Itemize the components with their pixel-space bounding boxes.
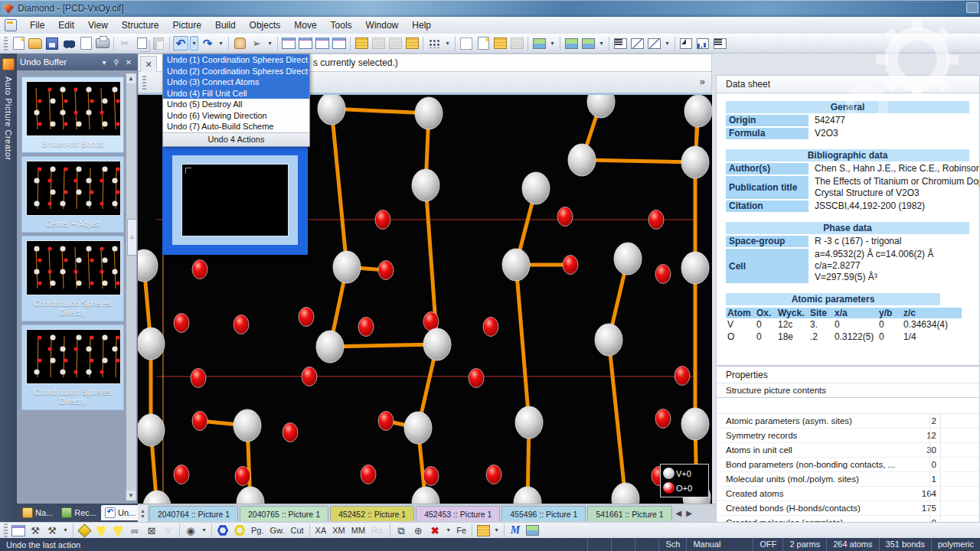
print-preview-icon[interactable]: [78, 36, 93, 51]
auto-picture-creator-strip[interactable]: Auto Picture Creator: [0, 54, 17, 522]
cut-label-icon[interactable]: Cut: [288, 523, 305, 538]
pointer-drop-icon[interactable]: ▾: [266, 36, 274, 51]
coordination-icon[interactable]: ◉: [183, 523, 198, 538]
pin-icon[interactable]: ⚲: [111, 57, 122, 67]
undo-buffer-item[interactable]: Coordination Spheres Directly: [21, 236, 124, 321]
network-icon[interactable]: ⊠: [144, 523, 159, 538]
image-tool-icon[interactable]: [524, 523, 540, 538]
pointer-icon[interactable]: ➢: [249, 36, 264, 51]
menu-help[interactable]: Help: [405, 18, 438, 32]
polyhedra-blue-icon[interactable]: [215, 523, 230, 538]
undo-menu-item[interactable]: Undo (5) Destroy All: [163, 99, 309, 110]
build-form-icon[interactable]: [11, 523, 26, 538]
menu-view[interactable]: View: [81, 18, 115, 32]
pan-icon[interactable]: [232, 36, 247, 51]
properties-selector[interactable]: Structure picture contents: [717, 383, 979, 398]
scheme-icon[interactable]: [475, 523, 491, 538]
table-4-icon[interactable]: [404, 36, 420, 51]
picture-tab[interactable]: 2040765 :: Picture 1: [240, 506, 328, 521]
scheme-drop-icon[interactable]: ▾: [492, 523, 501, 538]
tab-scroll-right-icon[interactable]: ▶: [686, 509, 692, 517]
new-picture-icon[interactable]: [475, 36, 491, 51]
data-sheet-tab[interactable]: Data sheet: [716, 75, 980, 93]
menu-window[interactable]: Window: [359, 18, 406, 32]
picture-x-icon[interactable]: [509, 36, 524, 51]
mm-label-icon[interactable]: MM: [349, 523, 368, 538]
build-pick-icon[interactable]: ⚒: [44, 523, 60, 538]
nav-drop-icon[interactable]: ▾: [597, 36, 606, 51]
tab-spinner[interactable]: ▲▼: [138, 505, 149, 522]
gw-label-icon[interactable]: Gw.: [268, 523, 287, 538]
window-1-icon[interactable]: [281, 36, 296, 51]
sidebar-tab-un[interactable]: ↶Un...: [101, 505, 139, 520]
toolbar-overflow-icon[interactable]: »: [700, 76, 705, 87]
chart-tool-icon[interactable]: [695, 36, 710, 51]
photo-drop-icon[interactable]: ▾: [548, 36, 557, 51]
undo-menu-item[interactable]: Undo (1) Coordination Spheres Direct: [163, 54, 309, 66]
fill-cell-icon[interactable]: [77, 523, 92, 538]
xm-label-icon[interactable]: XM: [330, 523, 348, 538]
undo-menu-item[interactable]: Undo (6) Viewing Direction: [163, 110, 309, 122]
scroll-down-icon[interactable]: ▼: [126, 491, 136, 500]
undo-buffer-item[interactable]: Coordination Spheres Directly: [21, 324, 124, 410]
pg-label-icon[interactable]: Pg.: [249, 523, 266, 538]
view-lines-icon[interactable]: [612, 36, 628, 51]
picture-tab[interactable]: 541661 :: Picture 1: [587, 506, 671, 521]
undo-icon[interactable]: ↶: [173, 36, 188, 51]
window-3-icon[interactable]: [315, 36, 330, 51]
undo-menu-item[interactable]: Undo (7) Auto-Build Scheme: [163, 121, 309, 132]
save-icon[interactable]: [44, 36, 60, 51]
destroy-icon[interactable]: ✖: [427, 523, 443, 538]
view-diag1-icon[interactable]: [629, 36, 645, 51]
menu-edit[interactable]: Edit: [51, 18, 81, 32]
table-3-icon[interactable]: [387, 36, 403, 51]
move-compass-icon[interactable]: ⊕: [410, 523, 426, 538]
sidebar-tab-rec[interactable]: Rec...: [57, 505, 100, 520]
picture-tab[interactable]: 452453 :: Picture 1: [416, 506, 500, 521]
fe-bond-icon[interactable]: Fe: [454, 523, 469, 538]
toolbar-grip[interactable]: [4, 523, 8, 537]
toolbar-grip[interactable]: [4, 37, 8, 51]
menu-picture[interactable]: Picture: [166, 18, 208, 32]
polyhedra-yellow-icon[interactable]: [232, 523, 247, 538]
view-drop-icon[interactable]: ▾: [663, 36, 671, 51]
photo-icon[interactable]: [531, 36, 547, 51]
window-4-icon[interactable]: [332, 36, 347, 51]
picture-tab[interactable]: 455496 :: Picture 1: [501, 506, 586, 521]
message-close-icon[interactable]: ✕: [140, 56, 157, 73]
picture-tab[interactable]: 2040764 :: Picture 1: [149, 506, 238, 521]
menu-build[interactable]: Build: [208, 18, 243, 32]
copy-icon[interactable]: [134, 36, 149, 51]
panel-menu-icon[interactable]: ▾: [99, 57, 109, 67]
menu-move[interactable]: Move: [287, 18, 323, 32]
cut-icon[interactable]: ✂: [117, 36, 132, 51]
cell-box-icon[interactable]: ⧉: [394, 523, 409, 538]
measure-m-icon[interactable]: M: [508, 523, 523, 538]
window-2-icon[interactable]: [298, 36, 313, 51]
packing-icon[interactable]: [93, 523, 109, 538]
rd-label-icon[interactable]: Rd.: [369, 523, 387, 538]
open-icon[interactable]: [28, 36, 43, 51]
connect-icon[interactable]: ∞: [127, 523, 142, 538]
picture-tab[interactable]: 452452 :: Picture 1: [330, 506, 414, 521]
find-icon[interactable]: [61, 36, 77, 51]
nav-fwd-icon[interactable]: [580, 36, 596, 51]
grid-drop-icon[interactable]: ▾: [443, 36, 452, 51]
triangle-tool-icon[interactable]: [678, 36, 694, 51]
undo-menu-item[interactable]: Undo (4) Fill Unit Cell: [163, 88, 309, 99]
tab-scroll-left-icon[interactable]: ◀: [676, 509, 682, 517]
destroy-drop-icon[interactable]: ▾: [444, 523, 452, 538]
nav-back-icon[interactable]: [564, 36, 579, 51]
undo-menu-item[interactable]: Undo (2) Coordination Spheres Direct: [163, 66, 309, 77]
view-diag2-icon[interactable]: [646, 36, 662, 51]
menu-structure[interactable]: Structure: [115, 18, 166, 32]
add-atom-icon[interactable]: [110, 523, 126, 538]
grid-icon[interactable]: [426, 36, 442, 51]
undo-actions-footer[interactable]: Undo 4 Actions: [163, 132, 309, 146]
table-2-icon[interactable]: [371, 36, 386, 51]
picture-up-icon[interactable]: [492, 36, 508, 51]
window-controls[interactable]: [966, 2, 978, 13]
close-icon[interactable]: ✕: [123, 57, 134, 67]
undo-drop-icon[interactable]: ▾: [190, 36, 198, 51]
redo-drop-icon[interactable]: ▾: [217, 36, 225, 51]
